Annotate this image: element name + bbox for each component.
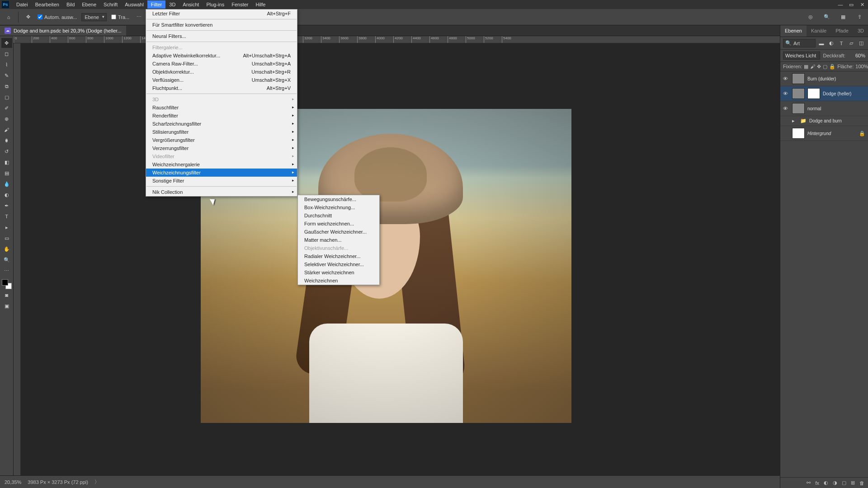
- filter-smart-icon[interactable]: ◫: [857, 39, 865, 47]
- menu-bild[interactable]: Bild: [63, 0, 78, 9]
- filter-pixel-icon[interactable]: ▬: [817, 39, 826, 47]
- tab-3d[interactable]: 3D: [853, 25, 868, 37]
- layer-kind-select[interactable]: 🔍 Art: [783, 39, 816, 47]
- filter-shape-icon[interactable]: ▱: [847, 39, 855, 47]
- close-button[interactable]: ✕: [858, 1, 866, 8]
- cloud-docs-icon[interactable]: ◎: [806, 12, 816, 22]
- filter-blur-gallery[interactable]: Weichzeichnergalerie: [146, 160, 297, 169]
- color-swatch[interactable]: [2, 279, 12, 289]
- filter-sharpen[interactable]: Scharfzeichnungsfilter: [146, 120, 297, 128]
- hand-tool[interactable]: ✋: [1, 244, 12, 254]
- menu-ansicht[interactable]: Ansicht: [179, 0, 203, 9]
- crop-tool[interactable]: ⧉: [1, 81, 12, 91]
- blur-shape[interactable]: Form weichzeichnen...: [298, 220, 379, 228]
- filter-lens-correction[interactable]: Objektivkorrektur...Umschalt+Strg+R: [146, 68, 297, 76]
- menu-fenster[interactable]: Fenster: [228, 0, 252, 9]
- link-layers-icon[interactable]: ⚯: [807, 480, 811, 486]
- maximize-button[interactable]: ▭: [847, 1, 855, 8]
- tab-kanaele[interactable]: Kanäle: [807, 25, 831, 37]
- menu-plugins[interactable]: Plug-ins: [203, 0, 228, 9]
- lock-pos-icon[interactable]: ✥: [817, 63, 821, 70]
- filter-other[interactable]: Sonstige Filter: [146, 177, 297, 185]
- menu-ebene[interactable]: Ebene: [78, 0, 100, 9]
- doc-info-chevron-icon[interactable]: 〉: [94, 479, 99, 485]
- filter-vanishing-point[interactable]: Fluchtpunkt...Alt+Strg+V: [146, 84, 297, 92]
- share-icon[interactable]: ⇪: [854, 12, 864, 22]
- zoom-value[interactable]: 20,35%: [5, 479, 21, 485]
- move-tool-icon[interactable]: ✥: [23, 12, 33, 22]
- dodge-tool[interactable]: ◐: [1, 190, 12, 200]
- fx-icon[interactable]: fx: [815, 480, 819, 486]
- menu-auswahl[interactable]: Auswahl: [121, 0, 147, 9]
- filter-nik-collection[interactable]: Nik Collection: [146, 188, 297, 196]
- mask-icon[interactable]: ◐: [824, 480, 828, 486]
- opacity-value[interactable]: 60%: [848, 53, 865, 58]
- marquee-tool[interactable]: ◻: [1, 49, 12, 59]
- filter-noise[interactable]: Rauschfilter: [146, 103, 297, 112]
- visibility-icon[interactable]: 👁: [783, 91, 789, 96]
- workspace-icon[interactable]: ▦: [838, 12, 848, 22]
- filter-render[interactable]: Renderfilter: [146, 112, 297, 120]
- zoom-tool[interactable]: 🔍: [1, 255, 12, 265]
- rectangle-tool[interactable]: ▭: [1, 233, 12, 243]
- blur-matte[interactable]: Matter machen...: [298, 236, 379, 244]
- eyedropper-tool[interactable]: ✐: [1, 103, 12, 113]
- blur-motion[interactable]: Bewegungsunschärfe...: [298, 195, 379, 203]
- stamp-tool[interactable]: ⧯: [1, 136, 12, 145]
- menu-datei[interactable]: Datei: [13, 0, 32, 9]
- filter-liquify[interactable]: Verflüssigen...Umschalt+Strg+X: [146, 76, 297, 84]
- blur-gaussian[interactable]: Gaußscher Weichzeichner...: [298, 228, 379, 236]
- more-icon[interactable]: ⋯: [134, 12, 144, 22]
- blur-selective[interactable]: Selektiver Weichzeichner...: [298, 260, 379, 268]
- filter-camera-raw[interactable]: Camera Raw-Filter...Umschalt+Strg+A: [146, 60, 297, 68]
- type-tool[interactable]: T: [1, 211, 12, 221]
- layer-row[interactable]: 👁 Burn (dunkler): [780, 71, 868, 86]
- history-brush-tool[interactable]: ↺: [1, 146, 12, 156]
- minimize-button[interactable]: —: [836, 1, 844, 8]
- layer-row[interactable]: 👁 normal: [780, 101, 868, 116]
- filter-distort[interactable]: Verzerrungsfilter: [146, 144, 297, 152]
- quickmask-tool[interactable]: ◙: [1, 290, 12, 300]
- new-layer-icon[interactable]: ⊞: [851, 480, 855, 486]
- document-tab[interactable]: ☁ Dodge and burn.psdc bei 20,3% (Dodge (…: [0, 26, 126, 36]
- menu-schrift[interactable]: Schrift: [100, 0, 121, 9]
- gradient-tool[interactable]: ▤: [1, 168, 12, 178]
- blur-simple[interactable]: Weichzeichnen: [298, 277, 379, 285]
- blur-radial[interactable]: Radialer Weichzeichner...: [298, 252, 379, 260]
- lock-all-icon[interactable]: 🔒: [829, 63, 835, 70]
- tab-pfade[interactable]: Pfade: [831, 25, 853, 37]
- trash-icon[interactable]: 🗑: [859, 480, 864, 486]
- filter-adjust-icon[interactable]: ◐: [827, 39, 835, 47]
- layer-group-row[interactable]: ▸ 📁 Dodge and burn: [780, 116, 868, 126]
- ruler-horizontal[interactable]: 0200400600800100012001400160018002000220…: [14, 36, 780, 43]
- search-icon[interactable]: 🔍: [822, 12, 832, 22]
- blur-more[interactable]: Stärker weichzeichnen: [298, 268, 379, 277]
- foreground-color[interactable]: [2, 279, 8, 286]
- quickselect-tool[interactable]: ✎: [1, 70, 12, 80]
- group-icon[interactable]: ▢: [842, 480, 846, 486]
- disclosure-icon[interactable]: ▸: [792, 118, 797, 124]
- blur-tool[interactable]: 💧: [1, 179, 12, 189]
- transform-checkbox[interactable]: Tra...: [111, 14, 129, 20]
- lock-pixel-icon[interactable]: 🖌: [810, 63, 815, 70]
- lock-trans-icon[interactable]: ▦: [804, 63, 808, 70]
- move-tool[interactable]: ✥: [1, 38, 12, 48]
- healing-tool[interactable]: ⊕: [1, 114, 12, 124]
- canvas[interactable]: [21, 43, 780, 475]
- blur-average[interactable]: Durchschnitt: [298, 211, 379, 220]
- lock-nest-icon[interactable]: ▢: [823, 63, 827, 70]
- filter-last[interactable]: Letzter FilterAlt+Strg+F: [146, 9, 297, 18]
- layer-row[interactable]: Hintergrund 🔒: [780, 126, 868, 141]
- eraser-tool[interactable]: ◧: [1, 157, 12, 167]
- screenmode-tool[interactable]: ▣: [1, 301, 12, 311]
- filter-adaptive-wide[interactable]: Adaptive Weitwinkelkorrektur...Alt+Umsch…: [146, 52, 297, 60]
- fill-value[interactable]: 100%: [855, 64, 868, 69]
- pen-tool[interactable]: ✒: [1, 201, 12, 211]
- home-icon[interactable]: ⌂: [4, 12, 14, 22]
- filter-video[interactable]: Videofilter: [146, 152, 297, 160]
- path-select-tool[interactable]: ▸: [1, 222, 12, 232]
- filter-neural[interactable]: Neural Filters...: [146, 32, 297, 40]
- brush-tool[interactable]: 🖌: [1, 125, 12, 135]
- ruler-vertical[interactable]: [14, 43, 21, 475]
- menu-hilfe[interactable]: Hilfe: [252, 0, 269, 9]
